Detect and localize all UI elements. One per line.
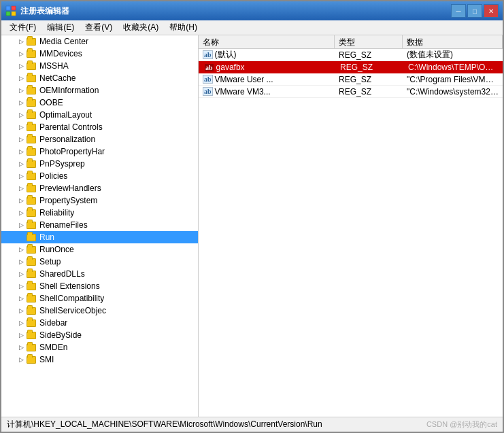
tree-item-label: Run (39, 232, 54, 242)
tree-expand-icon[interactable]: ▷ (16, 343, 26, 352)
tree-item[interactable]: ▷Shell Extensions (1, 280, 198, 292)
registry-tree[interactable]: ▷Media Center▷MMDevices▷MSSHA▷NetCache▷O… (1, 35, 199, 417)
header-name: 名称 (199, 35, 335, 48)
value-name: VMware User ... (215, 75, 273, 84)
tree-item[interactable]: ▷PhotoPropertyHar (1, 145, 198, 158)
tree-expand-icon[interactable] (16, 232, 26, 242)
reg-sz-icon: ab (203, 75, 213, 84)
tree-item[interactable]: ▷ShellServiceObjec (1, 305, 198, 317)
tree-item-label: Parental Controls (39, 122, 103, 132)
folder-icon (27, 232, 37, 242)
tree-expand-icon[interactable]: ▷ (16, 281, 26, 291)
tree-item[interactable]: ▷SMI (1, 353, 198, 366)
tree-expand-icon[interactable]: ▷ (16, 208, 26, 218)
tree-expand-icon[interactable]: ▷ (16, 147, 26, 156)
tree-item[interactable]: ▷SharedDLLs (1, 268, 198, 280)
tree-expand-icon[interactable]: ▷ (16, 135, 26, 144)
maximize-button[interactable]: □ (467, 4, 482, 18)
value-name-cell: abVMware User ... (199, 75, 335, 84)
tree-expand-icon[interactable]: ▷ (16, 245, 26, 254)
main-content: ▷Media Center▷MMDevices▷MSSHA▷NetCache▷O… (1, 35, 503, 417)
tree-expand-icon[interactable]: ▷ (16, 86, 26, 95)
tree-item[interactable]: ▷RunOnce (1, 243, 198, 256)
tree-item[interactable]: Run (1, 231, 198, 243)
tree-item-label: Reliability (39, 208, 74, 218)
tree-item-label: OEMInformation (39, 86, 99, 95)
tree-item[interactable]: ▷SMDEn (1, 341, 198, 353)
tree-item[interactable]: ▷MSSHA (1, 60, 198, 72)
tree-item-label: SMDEn (39, 343, 67, 352)
tree-item[interactable]: ▷PnPSysprep (1, 158, 198, 170)
tree-item[interactable]: ▷OEMInformation (1, 84, 198, 97)
watermark: CSDN @别动我的cat (426, 419, 497, 430)
value-data-cell: "C:\Windows\system32\vm3d (403, 87, 503, 97)
tree-item-label: RunOnce (39, 245, 74, 254)
tree-expand-icon[interactable]: ▷ (16, 220, 26, 230)
tree-expand-icon[interactable]: ▷ (16, 355, 26, 364)
menu-file[interactable]: 文件(F) (4, 20, 41, 35)
tree-expand-icon[interactable]: ▷ (16, 184, 26, 193)
value-name-cell: abgavafbx (200, 63, 336, 72)
value-name-cell: ab(默认) (199, 49, 335, 60)
tree-item[interactable]: ▷Media Center (1, 35, 198, 48)
tree-item[interactable]: ▷Parental Controls (1, 121, 198, 133)
tree-expand-icon[interactable]: ▷ (16, 73, 26, 83)
tree-expand-icon[interactable]: ▷ (16, 294, 26, 303)
tree-expand-icon[interactable]: ▷ (16, 171, 26, 181)
tree-item[interactable]: ▷MMDevices (1, 48, 198, 60)
tree-expand-icon[interactable]: ▷ (16, 122, 26, 132)
table-row[interactable]: abVMware VM3...REG_SZ"C:\Windows\system3… (199, 86, 503, 98)
table-row[interactable]: ab(默认)REG_SZ(数值未设置) (199, 49, 503, 61)
right-panel: 名称 类型 数据 ab(默认)REG_SZ(数值未设置)abgavafbxREG… (199, 35, 503, 417)
tree-item[interactable]: ▷PreviewHandlers (1, 182, 198, 194)
tree-item-label: ShellServiceObjec (39, 306, 106, 315)
tree-expand-icon[interactable]: ▷ (16, 98, 26, 107)
tree-item[interactable]: ▷NetCache (1, 72, 198, 84)
tree-item[interactable]: ▷RenameFiles (1, 219, 198, 231)
tree-expand-icon[interactable]: ▷ (16, 306, 26, 315)
table-row[interactable]: abVMware User ...REG_SZ"C:\Program Files… (199, 73, 503, 86)
tree-expand-icon[interactable]: ▷ (16, 196, 26, 205)
tree-item[interactable]: ▷Setup (1, 256, 198, 268)
tree-item[interactable]: ▷Reliability (1, 207, 198, 219)
value-type-cell: REG_SZ (336, 63, 404, 72)
table-row[interactable]: abgavafbxREG_SZC:\Windows\TEMP\OAKkMT| (199, 61, 503, 73)
tree-item-label: Sidebar (39, 318, 67, 328)
folder-icon (27, 343, 37, 352)
folder-icon (27, 306, 37, 315)
tree-item[interactable]: ▷PropertySystem (1, 194, 198, 207)
folder-icon (27, 208, 37, 218)
header-data: 数据 (403, 35, 503, 48)
folder-icon (27, 257, 37, 266)
value-data-cell: "C:\Program Files\VMware\ (403, 75, 503, 84)
tree-expand-icon[interactable]: ▷ (16, 49, 26, 58)
tree-expand-icon[interactable]: ▷ (16, 318, 26, 328)
tree-item[interactable]: ▷ShellCompatibility (1, 292, 198, 305)
minimize-button[interactable]: ─ (451, 4, 466, 18)
menu-view[interactable]: 查看(V) (80, 20, 118, 35)
folder-icon (27, 281, 37, 291)
tree-expand-icon[interactable]: ▷ (16, 159, 26, 169)
tree-item[interactable]: ▷Sidebar (1, 317, 198, 329)
tree-item[interactable]: ▷SideBySide (1, 329, 198, 341)
menu-favorites[interactable]: 收藏夹(A) (118, 20, 164, 35)
tree-item[interactable]: ▷Personalization (1, 133, 198, 145)
tree-expand-icon[interactable]: ▷ (16, 110, 26, 120)
tree-expand-icon[interactable]: ▷ (16, 330, 26, 340)
tree-item[interactable]: ▷OOBE (1, 97, 198, 109)
tree-item[interactable]: ▷Policies (1, 170, 198, 182)
svg-rect-1 (12, 6, 16, 10)
tree-item[interactable]: ▷OptimalLayout (1, 109, 198, 121)
menu-edit[interactable]: 编辑(E) (41, 20, 80, 35)
tree-expand-icon[interactable]: ▷ (16, 269, 26, 279)
tree-expand-icon[interactable]: ▷ (16, 61, 26, 71)
menu-help[interactable]: 帮助(H) (164, 20, 203, 35)
window-title: 注册表编辑器 (20, 5, 451, 17)
registry-values-table[interactable]: ab(默认)REG_SZ(数值未设置)abgavafbxREG_SZC:\Win… (199, 49, 503, 417)
value-type-cell: REG_SZ (335, 75, 403, 84)
folder-icon (27, 135, 37, 144)
tree-expand-icon[interactable]: ▷ (16, 37, 26, 46)
tree-expand-icon[interactable]: ▷ (16, 257, 26, 266)
value-data-cell: C:\Windows\TEMP\OAKkMT| (404, 63, 501, 72)
close-button[interactable]: ✕ (484, 4, 499, 18)
